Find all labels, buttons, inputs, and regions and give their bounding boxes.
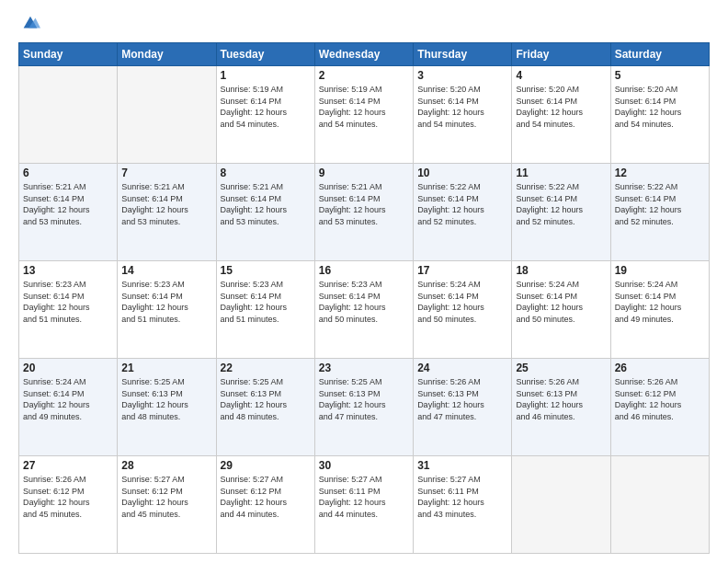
calendar-week-row: 20Sunrise: 5:24 AM Sunset: 6:14 PM Dayli… — [19, 359, 710, 456]
calendar-week-row: 1Sunrise: 5:19 AM Sunset: 6:14 PM Daylig… — [19, 66, 710, 164]
day-info: Sunrise: 5:23 AM Sunset: 6:14 PM Dayligh… — [319, 279, 409, 325]
day-info: Sunrise: 5:21 AM Sunset: 6:14 PM Dayligh… — [121, 181, 211, 227]
calendar-cell: 2Sunrise: 5:19 AM Sunset: 6:14 PM Daylig… — [314, 66, 413, 164]
day-info: Sunrise: 5:27 AM Sunset: 6:11 PM Dayligh… — [417, 474, 507, 520]
day-info: Sunrise: 5:20 AM Sunset: 6:14 PM Dayligh… — [615, 84, 705, 130]
calendar-cell: 19Sunrise: 5:24 AM Sunset: 6:14 PM Dayli… — [610, 261, 709, 359]
day-info: Sunrise: 5:22 AM Sunset: 6:14 PM Dayligh… — [417, 181, 507, 227]
day-info: Sunrise: 5:21 AM Sunset: 6:14 PM Dayligh… — [221, 181, 311, 227]
day-header-sunday: Sunday — [19, 43, 118, 66]
calendar-cell: 28Sunrise: 5:27 AM Sunset: 6:12 PM Dayli… — [118, 456, 216, 554]
calendar-cell: 4Sunrise: 5:20 AM Sunset: 6:14 PM Daylig… — [512, 66, 610, 164]
calendar-cell: 20Sunrise: 5:24 AM Sunset: 6:14 PM Dayli… — [19, 359, 118, 456]
calendar-cell: 10Sunrise: 5:22 AM Sunset: 6:14 PM Dayli… — [414, 164, 512, 261]
calendar-cell: 8Sunrise: 5:21 AM Sunset: 6:14 PM Daylig… — [216, 164, 314, 261]
calendar-cell: 22Sunrise: 5:25 AM Sunset: 6:13 PM Dayli… — [216, 359, 314, 456]
header — [18, 17, 710, 33]
calendar-cell: 17Sunrise: 5:24 AM Sunset: 6:14 PM Dayli… — [414, 261, 512, 359]
day-number: 15 — [221, 264, 311, 277]
day-info: Sunrise: 5:19 AM Sunset: 6:14 PM Dayligh… — [221, 84, 311, 130]
day-info: Sunrise: 5:24 AM Sunset: 6:14 PM Dayligh… — [417, 279, 507, 325]
day-info: Sunrise: 5:25 AM Sunset: 6:13 PM Dayligh… — [221, 376, 311, 422]
logo-text — [18, 17, 40, 33]
calendar-cell: 15Sunrise: 5:23 AM Sunset: 6:14 PM Dayli… — [216, 261, 314, 359]
day-number: 5 — [615, 69, 705, 82]
calendar-table: SundayMondayTuesdayWednesdayThursdayFrid… — [18, 42, 710, 554]
day-info: Sunrise: 5:20 AM Sunset: 6:14 PM Dayligh… — [516, 84, 606, 130]
logo-icon — [20, 13, 40, 33]
calendar-body: 1Sunrise: 5:19 AM Sunset: 6:14 PM Daylig… — [19, 66, 710, 554]
calendar-cell — [512, 456, 610, 554]
logo — [18, 17, 40, 33]
day-number: 29 — [221, 459, 311, 472]
calendar-cell: 21Sunrise: 5:25 AM Sunset: 6:13 PM Dayli… — [118, 359, 216, 456]
calendar-header: SundayMondayTuesdayWednesdayThursdayFrid… — [19, 43, 710, 66]
day-info: Sunrise: 5:24 AM Sunset: 6:14 PM Dayligh… — [23, 376, 113, 422]
calendar-cell: 30Sunrise: 5:27 AM Sunset: 6:11 PM Dayli… — [314, 456, 413, 554]
day-number: 25 — [516, 362, 606, 374]
calendar-cell — [19, 66, 118, 164]
day-number: 4 — [516, 69, 606, 82]
day-number: 2 — [319, 69, 409, 82]
day-info: Sunrise: 5:25 AM Sunset: 6:13 PM Dayligh… — [319, 376, 409, 422]
day-header-saturday: Saturday — [610, 43, 709, 66]
day-number: 14 — [121, 264, 211, 277]
day-info: Sunrise: 5:27 AM Sunset: 6:12 PM Dayligh… — [221, 474, 311, 520]
day-number: 11 — [516, 167, 606, 179]
calendar-cell: 29Sunrise: 5:27 AM Sunset: 6:12 PM Dayli… — [216, 456, 314, 554]
calendar-cell: 18Sunrise: 5:24 AM Sunset: 6:14 PM Dayli… — [512, 261, 610, 359]
calendar-cell: 25Sunrise: 5:26 AM Sunset: 6:13 PM Dayli… — [512, 359, 610, 456]
day-info: Sunrise: 5:23 AM Sunset: 6:14 PM Dayligh… — [221, 279, 311, 325]
calendar-cell: 27Sunrise: 5:26 AM Sunset: 6:12 PM Dayli… — [19, 456, 118, 554]
day-number: 17 — [417, 264, 507, 277]
day-number: 8 — [221, 167, 311, 179]
day-info: Sunrise: 5:25 AM Sunset: 6:13 PM Dayligh… — [121, 376, 211, 422]
day-number: 6 — [23, 167, 113, 179]
calendar-week-row: 6Sunrise: 5:21 AM Sunset: 6:14 PM Daylig… — [19, 164, 710, 261]
calendar-cell: 1Sunrise: 5:19 AM Sunset: 6:14 PM Daylig… — [216, 66, 314, 164]
day-info: Sunrise: 5:27 AM Sunset: 6:11 PM Dayligh… — [319, 474, 409, 520]
day-info: Sunrise: 5:27 AM Sunset: 6:12 PM Dayligh… — [121, 474, 211, 520]
day-info: Sunrise: 5:22 AM Sunset: 6:14 PM Dayligh… — [516, 181, 606, 227]
calendar-cell: 13Sunrise: 5:23 AM Sunset: 6:14 PM Dayli… — [19, 261, 118, 359]
calendar-cell: 24Sunrise: 5:26 AM Sunset: 6:13 PM Dayli… — [414, 359, 512, 456]
day-info: Sunrise: 5:26 AM Sunset: 6:12 PM Dayligh… — [615, 376, 705, 422]
day-info: Sunrise: 5:20 AM Sunset: 6:14 PM Dayligh… — [417, 84, 507, 130]
day-number: 20 — [23, 362, 113, 374]
day-header-monday: Monday — [118, 43, 216, 66]
calendar-cell: 7Sunrise: 5:21 AM Sunset: 6:14 PM Daylig… — [118, 164, 216, 261]
header-row: SundayMondayTuesdayWednesdayThursdayFrid… — [19, 43, 710, 66]
day-number: 19 — [615, 264, 705, 277]
day-number: 3 — [417, 69, 507, 82]
calendar-cell: 14Sunrise: 5:23 AM Sunset: 6:14 PM Dayli… — [118, 261, 216, 359]
calendar-cell: 23Sunrise: 5:25 AM Sunset: 6:13 PM Dayli… — [314, 359, 413, 456]
day-info: Sunrise: 5:26 AM Sunset: 6:13 PM Dayligh… — [516, 376, 606, 422]
calendar-cell: 9Sunrise: 5:21 AM Sunset: 6:14 PM Daylig… — [314, 164, 413, 261]
day-header-tuesday: Tuesday — [216, 43, 314, 66]
calendar-cell: 12Sunrise: 5:22 AM Sunset: 6:14 PM Dayli… — [610, 164, 709, 261]
day-info: Sunrise: 5:22 AM Sunset: 6:14 PM Dayligh… — [615, 181, 705, 227]
calendar-cell: 5Sunrise: 5:20 AM Sunset: 6:14 PM Daylig… — [610, 66, 709, 164]
day-info: Sunrise: 5:26 AM Sunset: 6:13 PM Dayligh… — [417, 376, 507, 422]
calendar-week-row: 27Sunrise: 5:26 AM Sunset: 6:12 PM Dayli… — [19, 456, 710, 554]
day-info: Sunrise: 5:24 AM Sunset: 6:14 PM Dayligh… — [615, 279, 705, 325]
calendar-cell: 11Sunrise: 5:22 AM Sunset: 6:14 PM Dayli… — [512, 164, 610, 261]
day-number: 26 — [615, 362, 705, 374]
calendar-week-row: 13Sunrise: 5:23 AM Sunset: 6:14 PM Dayli… — [19, 261, 710, 359]
day-number: 23 — [319, 362, 409, 374]
day-number: 24 — [417, 362, 507, 374]
day-header-friday: Friday — [512, 43, 610, 66]
day-number: 12 — [615, 167, 705, 179]
calendar-cell: 16Sunrise: 5:23 AM Sunset: 6:14 PM Dayli… — [314, 261, 413, 359]
calendar-cell — [118, 66, 216, 164]
day-header-thursday: Thursday — [414, 43, 512, 66]
day-info: Sunrise: 5:23 AM Sunset: 6:14 PM Dayligh… — [23, 279, 113, 325]
calendar-cell — [610, 456, 709, 554]
day-info: Sunrise: 5:23 AM Sunset: 6:14 PM Dayligh… — [121, 279, 211, 325]
day-header-wednesday: Wednesday — [314, 43, 413, 66]
calendar-cell: 31Sunrise: 5:27 AM Sunset: 6:11 PM Dayli… — [414, 456, 512, 554]
day-number: 9 — [319, 167, 409, 179]
day-number: 18 — [516, 264, 606, 277]
calendar-cell: 26Sunrise: 5:26 AM Sunset: 6:12 PM Dayli… — [610, 359, 709, 456]
calendar-cell: 3Sunrise: 5:20 AM Sunset: 6:14 PM Daylig… — [414, 66, 512, 164]
